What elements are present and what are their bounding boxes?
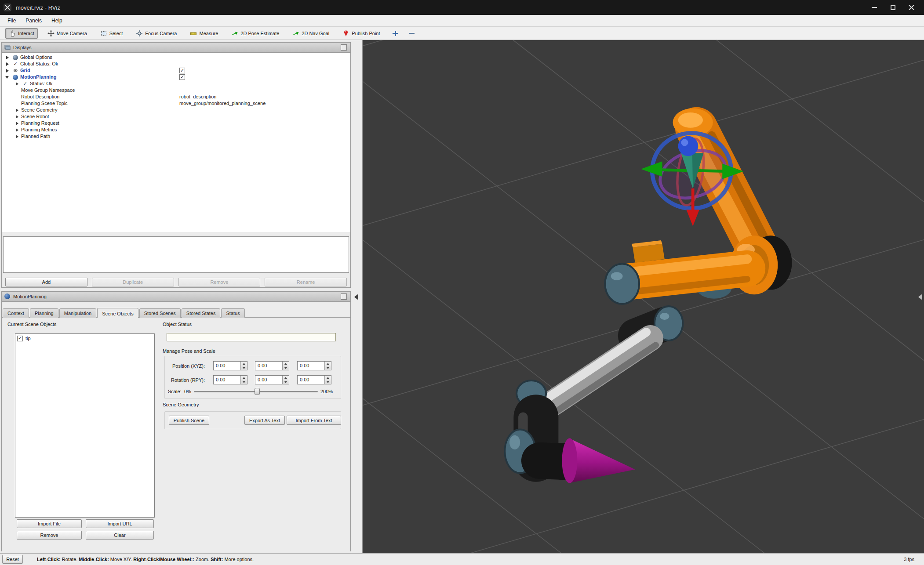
window-titlebar: moveit.rviz - RViz (0, 0, 924, 15)
tip-checkbox[interactable] (17, 336, 23, 341)
tree-row-robot-description[interactable]: Robot Description robot_description (2, 94, 350, 100)
tree-row-global-status[interactable]: ✓ Global Status: Ok (2, 61, 350, 67)
clear-objects-button[interactable]: Clear (86, 531, 154, 540)
grid-enabled-checkbox[interactable] (179, 68, 185, 73)
remove-display-button[interactable]: Remove (178, 278, 261, 286)
motionplanning-panel-float-button[interactable] (341, 293, 347, 300)
spin-down-button[interactable] (241, 366, 247, 370)
motionplanning-enabled-checkbox[interactable] (179, 74, 185, 80)
expander-icon[interactable] (15, 127, 20, 133)
focus-camera-icon (136, 30, 143, 37)
tool-focus-camera-button[interactable]: Focus Camera (132, 28, 180, 39)
panel-splitter-collapse-button[interactable] (354, 294, 358, 300)
rename-display-button[interactable]: Rename (265, 278, 347, 286)
spin-up-button[interactable] (325, 362, 331, 366)
tree-row-move-group-namespace[interactable]: Move Group Namespace (2, 87, 350, 94)
scene-objects-list[interactable]: tip (15, 333, 155, 518)
tree-row-global-options[interactable]: Global Options (2, 54, 350, 61)
tab-status[interactable]: Status (221, 308, 244, 318)
motionplanning-panel-header[interactable]: MotionPlanning (2, 292, 350, 302)
maximize-button[interactable] (884, 2, 902, 13)
expander-icon[interactable] (15, 80, 20, 87)
tree-row-planning-request[interactable]: Planning Request (2, 120, 350, 127)
expander-icon[interactable] (15, 113, 20, 120)
tool-2d-nav-goal-button[interactable]: 2D Nav Goal (289, 28, 333, 39)
tree-row-scene-robot[interactable]: Scene Robot (2, 113, 350, 120)
remove-object-button[interactable]: Remove (17, 531, 82, 540)
3d-viewport[interactable] (362, 40, 924, 553)
menu-file[interactable]: File (3, 16, 21, 25)
spin-down-button[interactable] (241, 380, 247, 384)
add-tool-button[interactable] (390, 28, 400, 39)
menubar: File Panels Help (0, 15, 924, 27)
object-status-bar (167, 333, 336, 341)
expander-icon[interactable] (15, 133, 20, 140)
tree-row-grid[interactable]: Grid (2, 67, 350, 74)
minimize-button[interactable] (865, 2, 884, 13)
duplicate-display-button[interactable]: Duplicate (92, 278, 174, 286)
displays-panel-header[interactable]: Displays (2, 43, 350, 53)
displays-panel-float-button[interactable] (341, 44, 347, 51)
tab-stored-scenes[interactable]: Stored Scenes (139, 308, 181, 318)
position-x-spinbox[interactable]: 0.00 (213, 361, 247, 370)
spin-up-button[interactable] (325, 376, 331, 380)
menu-help[interactable]: Help (47, 16, 67, 25)
expander-placeholder (15, 87, 20, 94)
tab-manipulation[interactable]: Manipulation (59, 308, 96, 318)
tree-row-planning-scene-topic[interactable]: Planning Scene Topic move_group/monitore… (2, 100, 350, 107)
spin-up-button[interactable] (241, 362, 247, 366)
tab-planning[interactable]: Planning (30, 308, 58, 318)
motionplanning-panel-icon (4, 293, 11, 300)
spin-up-button[interactable] (283, 362, 289, 366)
tree-row-planned-path[interactable]: Planned Path (2, 133, 350, 140)
tool-2d-pose-estimate-button[interactable]: 2D Pose Estimate (228, 28, 283, 39)
import-url-button[interactable]: Import URL (86, 519, 154, 528)
spin-down-button[interactable] (325, 380, 331, 384)
rotation-r-spinbox[interactable]: 0.00 (213, 375, 247, 384)
close-button[interactable] (902, 2, 920, 13)
rotation-p-spinbox[interactable]: 0.00 (255, 375, 289, 384)
tool-measure-button[interactable]: Measure (186, 28, 222, 39)
tree-row-planning-metrics[interactable]: Planning Metrics (2, 127, 350, 133)
spin-up-button[interactable] (241, 376, 247, 380)
rotation-y-spinbox[interactable]: 0.00 (297, 375, 331, 384)
tab-scene-objects[interactable]: Scene Objects (97, 308, 138, 318)
menu-panels[interactable]: Panels (21, 16, 47, 25)
expander-icon[interactable] (5, 54, 11, 61)
robot-arm (505, 109, 792, 483)
tree-row-status-ok[interactable]: ✓ Status: Ok (2, 80, 350, 87)
position-y-spinbox[interactable]: 0.00 (255, 361, 289, 370)
tree-row-scene-geometry[interactable]: Scene Geometry (2, 107, 350, 113)
manage-pose-label: Manage Pose and Scale (163, 348, 215, 354)
tool-publish-point-button[interactable]: Publish Point (339, 28, 383, 39)
tab-context[interactable]: Context (3, 308, 29, 318)
motionplanning-panel: MotionPlanning Context Planning Manipula… (1, 291, 351, 551)
tree-row-motionplanning[interactable]: MotionPlanning (2, 74, 350, 80)
remove-tool-button[interactable] (407, 28, 417, 39)
tool-interact-button[interactable]: Interact (5, 28, 38, 39)
add-display-button[interactable]: Add (5, 278, 87, 286)
expander-icon[interactable] (15, 120, 20, 127)
spin-down-button[interactable] (283, 380, 289, 384)
tool-move-camera-button[interactable]: Move Camera (44, 28, 91, 39)
import-from-text-button[interactable]: Import From Text (287, 416, 341, 425)
robot-description-value[interactable]: robot_description (179, 94, 216, 100)
spin-up-button[interactable] (283, 376, 289, 380)
expander-icon[interactable] (5, 61, 11, 67)
publish-scene-button[interactable]: Publish Scene (169, 416, 209, 425)
tool-select-button[interactable]: Select (97, 28, 127, 39)
planning-scene-topic-value[interactable]: move_group/monitored_planning_scene (179, 100, 266, 107)
export-as-text-button[interactable]: Export As Text (244, 416, 285, 425)
tab-stored-states[interactable]: Stored States (182, 308, 221, 318)
expander-icon[interactable] (15, 107, 20, 113)
expander-icon[interactable] (5, 67, 11, 74)
scene-object-item-tip[interactable]: tip (17, 335, 153, 342)
reset-button[interactable]: Reset (2, 555, 23, 564)
import-file-button[interactable]: Import File (17, 519, 82, 528)
right-panel-collapse-button[interactable] (918, 294, 922, 300)
position-z-spinbox[interactable]: 0.00 (297, 361, 331, 370)
spin-down-button[interactable] (283, 366, 289, 370)
scale-slider-handle[interactable] (255, 388, 260, 395)
expander-icon[interactable] (5, 74, 11, 80)
spin-down-button[interactable] (325, 366, 331, 370)
